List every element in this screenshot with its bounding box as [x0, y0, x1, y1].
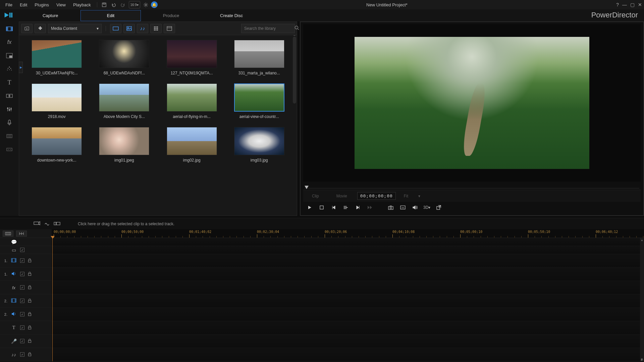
- search-input[interactable]: [244, 26, 294, 31]
- scrollbar[interactable]: [293, 37, 296, 104]
- room-voiceover-icon[interactable]: [4, 118, 15, 127]
- track-lane[interactable]: [52, 321, 644, 335]
- tab-edit[interactable]: Edit: [80, 10, 141, 21]
- track-lane[interactable]: [52, 267, 644, 281]
- fast-forward-icon[interactable]: [366, 204, 374, 211]
- track-enable-checkbox[interactable]: ✓: [20, 285, 24, 290]
- time-ruler[interactable]: 00;00;00;0000;00;50;0000;01;40;0200;02;3…: [52, 229, 644, 238]
- thumbnail[interactable]: [167, 40, 217, 68]
- track-lock-icon[interactable]: [28, 312, 32, 317]
- stop-icon[interactable]: [318, 204, 325, 211]
- media-item[interactable]: downtown-new-york...: [25, 127, 88, 163]
- track-header[interactable]: 2.✓: [0, 308, 52, 321]
- timeline-tool-1-icon[interactable]: [34, 221, 40, 227]
- track-lane[interactable]: [52, 254, 644, 267]
- track-enable-checkbox[interactable]: ✓: [20, 258, 24, 263]
- tab-produce[interactable]: Produce: [141, 10, 201, 21]
- menu-file[interactable]: File: [2, 1, 16, 9]
- track-lane[interactable]: [52, 348, 644, 361]
- media-item[interactable]: img03.jpg: [228, 127, 290, 163]
- room-pip-icon[interactable]: [4, 51, 15, 60]
- track-header[interactable]: 💬: [0, 238, 52, 246]
- settings-icon[interactable]: [142, 1, 150, 8]
- track-lock-icon[interactable]: [28, 352, 32, 357]
- thumbnail[interactable]: [99, 83, 149, 112]
- next-frame-icon[interactable]: [354, 204, 362, 211]
- menu-edit[interactable]: Edit: [16, 1, 31, 9]
- track-header[interactable]: 1.✓: [0, 254, 52, 267]
- thumbnail[interactable]: [234, 83, 284, 112]
- track-enable-checkbox[interactable]: ✓: [20, 312, 24, 316]
- filter-audio-icon[interactable]: ♪♪: [137, 24, 148, 33]
- save-icon[interactable]: [101, 1, 108, 8]
- preview-viewport[interactable]: [303, 24, 641, 182]
- menu-playback[interactable]: Playback: [70, 1, 94, 9]
- thumbnail[interactable]: [99, 127, 149, 155]
- preview-scrubber[interactable]: [303, 183, 641, 190]
- thumbnail[interactable]: [32, 40, 82, 68]
- track-enable-checkbox[interactable]: ✓: [20, 248, 24, 252]
- library-menu-icon[interactable]: [164, 24, 175, 33]
- media-item[interactable]: 331_marta_ja_wilano...: [228, 40, 290, 75]
- media-item[interactable]: Above Modern City S...: [93, 83, 155, 119]
- import-media-icon[interactable]: [21, 24, 33, 33]
- timeline-tool-3-icon[interactable]: [54, 221, 60, 227]
- plugin-icon[interactable]: [35, 24, 46, 33]
- track-lane[interactable]: [52, 308, 644, 321]
- track-header[interactable]: T✓: [0, 321, 52, 335]
- redo-icon[interactable]: [119, 1, 127, 8]
- preview-timecode[interactable]: 00;00;00;00: [357, 192, 396, 200]
- timeline-view-1-icon[interactable]: [3, 231, 13, 237]
- thumbnail[interactable]: [32, 83, 82, 112]
- tab-create-disc[interactable]: Create Disc: [201, 10, 262, 21]
- media-item[interactable]: img01.jpeg: [93, 127, 155, 163]
- media-item[interactable]: img02.jpg: [161, 127, 223, 163]
- media-category-dropdown[interactable]: Media Content ▾: [48, 24, 102, 33]
- help-icon[interactable]: ?: [616, 2, 619, 7]
- track-header[interactable]: ▭✓: [0, 246, 52, 254]
- hscroll-right-icon[interactable]: ▶: [641, 358, 643, 361]
- track-enable-checkbox[interactable]: ✓: [20, 339, 24, 343]
- track-header[interactable]: 🎤✓: [0, 335, 52, 348]
- track-lock-icon[interactable]: [28, 298, 32, 304]
- track-lane[interactable]: [52, 281, 644, 294]
- playhead[interactable]: [52, 238, 53, 361]
- snapshot-icon[interactable]: [387, 204, 394, 211]
- vertical-scrollbar[interactable]: [640, 238, 644, 361]
- track-enable-checkbox[interactable]: ✓: [20, 325, 24, 330]
- media-item[interactable]: 68_UDEwNDAxNDFf...: [93, 40, 155, 75]
- track-lane[interactable]: [52, 246, 644, 254]
- track-lock-icon[interactable]: [28, 272, 32, 277]
- search-box[interactable]: [241, 24, 295, 33]
- prev-frame-icon[interactable]: [330, 204, 337, 211]
- step-back-icon[interactable]: [342, 204, 350, 211]
- scrub-marker-icon[interactable]: [305, 186, 309, 189]
- track-lane[interactable]: [52, 238, 644, 246]
- track-header[interactable]: 2.✓: [0, 294, 52, 308]
- track-header[interactable]: ♪♪✓: [0, 348, 52, 361]
- track-header[interactable]: 1.✓: [0, 267, 52, 281]
- thumbnail[interactable]: [32, 127, 82, 155]
- timeline-tool-2-icon[interactable]: [44, 221, 50, 227]
- thumbnail[interactable]: [167, 127, 217, 155]
- preview-zoom-dropdown[interactable]: Fit▾: [398, 194, 426, 198]
- track-enable-checkbox[interactable]: ✓: [20, 299, 24, 303]
- track-lane[interactable]: [52, 335, 644, 348]
- preview-tab-clip[interactable]: Clip: [305, 192, 326, 200]
- thumbnail[interactable]: [167, 83, 217, 112]
- undo-icon[interactable]: [110, 1, 117, 8]
- media-item[interactable]: 2918.mov: [25, 83, 88, 119]
- room-transition-icon[interactable]: [4, 91, 15, 101]
- close-icon[interactable]: ✕: [638, 2, 642, 7]
- play-icon[interactable]: [306, 204, 313, 211]
- menu-plugins[interactable]: Plugins: [31, 1, 52, 9]
- media-item[interactable]: aerial-of-flying-in-m...: [161, 83, 223, 119]
- room-subtitle-icon[interactable]: [4, 145, 15, 154]
- track-lock-icon[interactable]: [28, 325, 32, 330]
- media-item[interactable]: 30_UDEwMTAwNjFfc...: [25, 40, 88, 75]
- filter-video-icon[interactable]: [110, 24, 121, 33]
- room-title-icon[interactable]: T: [4, 78, 15, 87]
- maximize-icon[interactable]: ▢: [630, 2, 635, 7]
- undock-icon[interactable]: [435, 204, 442, 211]
- thumbnail[interactable]: [234, 40, 284, 68]
